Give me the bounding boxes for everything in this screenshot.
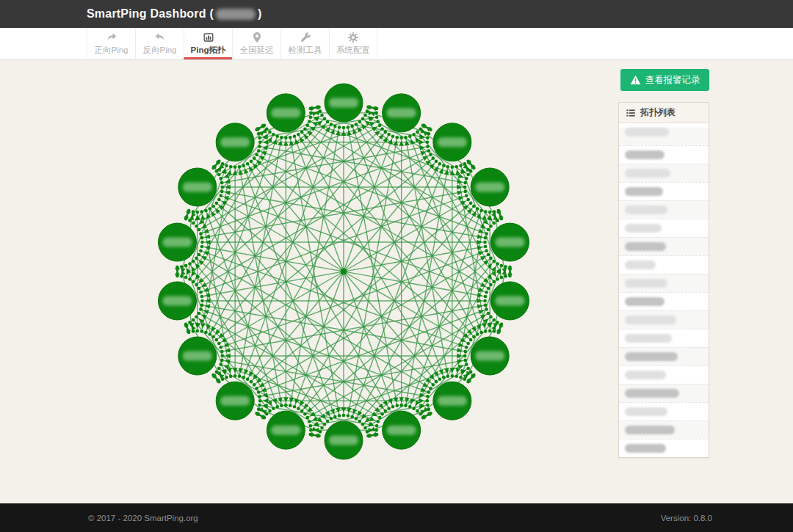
topology-list-item[interactable] (619, 310, 709, 329)
topology-list-header: 拓扑列表 (619, 103, 709, 123)
topology-list-item[interactable] (619, 365, 709, 384)
topology-node[interactable] (178, 337, 217, 375)
topology-list-item[interactable] (619, 182, 709, 200)
topology-list-item[interactable] (619, 274, 709, 292)
topology-node[interactable] (433, 382, 471, 420)
redacted-item-text (625, 169, 670, 178)
redacted-title-text (216, 9, 256, 20)
tab-detect-tools[interactable]: 检测工具 (280, 28, 329, 59)
redacted-node-label (271, 108, 300, 117)
topology-list-title: 拓扑列表 (640, 106, 676, 119)
redacted-node-label (438, 396, 467, 406)
redacted-node-label (183, 183, 212, 192)
redacted-item-text (625, 316, 676, 324)
topology-node[interactable] (471, 168, 509, 206)
topology-list-item[interactable] (619, 292, 709, 310)
title-text-suffix: ) (258, 7, 262, 21)
topology-node[interactable] (216, 382, 254, 420)
topology-node[interactable] (383, 411, 421, 449)
topology-list-item[interactable] (619, 164, 709, 182)
gear-icon (347, 32, 359, 43)
tab-reverse-ping[interactable]: 反向Ping (135, 28, 184, 59)
topology-node[interactable] (325, 84, 363, 122)
topology-list-item[interactable] (619, 237, 709, 255)
topology-node[interactable] (471, 337, 509, 375)
redacted-item-text (625, 352, 678, 361)
redacted-item-text (625, 260, 656, 269)
topology-list-item[interactable] (619, 255, 709, 274)
topology-node[interactable] (267, 411, 305, 449)
tab-label: Ping拓扑 (191, 45, 226, 56)
topology-list (619, 128, 709, 457)
redacted-item-text (625, 150, 665, 159)
list-icon (626, 108, 636, 118)
topology-list-item[interactable] (619, 329, 709, 347)
topology-node[interactable] (178, 168, 217, 206)
chart-icon (203, 32, 214, 43)
warning-icon (630, 75, 641, 85)
topology-list-panel: 拓扑列表 (618, 102, 709, 458)
redacted-node-label (387, 426, 416, 435)
topology-node[interactable] (216, 123, 254, 161)
redacted-node-label (162, 296, 192, 305)
tab-ping-topology[interactable]: Ping拓扑 (184, 28, 232, 59)
tab-label: 检测工具 (289, 45, 322, 56)
topology-node[interactable] (383, 94, 421, 132)
redacted-item-text (625, 426, 675, 434)
topology-node[interactable] (491, 223, 529, 261)
redacted-item-text (625, 224, 662, 233)
topology-list-item[interactable] (619, 420, 709, 439)
topology-node[interactable] (158, 223, 196, 261)
content-area: 查看报警记录 拓扑列表 (0, 60, 793, 503)
topology-list-item[interactable] (619, 145, 709, 164)
topology-list-item[interactable] (619, 439, 709, 457)
redacted-node-label (162, 238, 192, 247)
topology-node[interactable] (491, 282, 529, 320)
redacted-node-label (387, 108, 416, 117)
tab-label: 全国延迟 (240, 45, 274, 56)
tab-forward-ping[interactable]: 正向Ping (87, 28, 135, 59)
redacted-item-text (625, 242, 666, 251)
tab-national-latency[interactable]: 全国延迟 (232, 28, 280, 59)
redacted-item-text (625, 279, 667, 288)
redacted-node-label (496, 296, 525, 305)
marker-icon (251, 32, 263, 43)
redacted-item-text (625, 334, 672, 343)
redacted-item-text (625, 371, 666, 379)
redacted-item-text (625, 389, 679, 398)
redacted-node-label (220, 396, 250, 406)
wrench-icon (300, 32, 311, 43)
app-header: SmartPing Dashbord () (0, 0, 793, 28)
redacted-item-text (625, 128, 669, 136)
copyright-text: © 2017 - 2020 SmartPing.org (88, 514, 198, 522)
topology-list-item[interactable] (619, 402, 709, 420)
tab-system-config[interactable]: 系统配置 (329, 28, 377, 59)
redacted-item-text (625, 297, 665, 306)
redacted-node-label (496, 238, 525, 247)
view-alert-records-label: 查看报警记录 (645, 74, 700, 87)
page: SmartPing Dashbord () 正向Ping反向PingPing拓扑… (0, 0, 793, 532)
topology-list-item[interactable] (619, 347, 709, 365)
main-nav: 正向Ping反向PingPing拓扑全国延迟检测工具系统配置 (0, 28, 793, 60)
title-text-prefix: SmartPing Dashbord ( (87, 7, 214, 21)
forward-icon (106, 32, 117, 43)
view-alert-records-button[interactable]: 查看报警记录 (620, 69, 709, 91)
topology-node[interactable] (433, 123, 471, 161)
redacted-node-label (271, 426, 300, 435)
topology-node[interactable] (267, 94, 305, 132)
tab-label: 反向Ping (142, 45, 176, 56)
topology-list-item[interactable] (619, 219, 709, 237)
topology-node[interactable] (325, 421, 363, 459)
backward-icon (154, 32, 166, 43)
app-footer: © 2017 - 2020 SmartPing.org Version: 0.8… (0, 503, 793, 532)
version-text: Version: 0.8.0 (661, 514, 712, 522)
redacted-item-text (625, 407, 667, 416)
topology-list-item[interactable] (619, 384, 709, 402)
redacted-item-text (625, 187, 663, 196)
redacted-item-text (625, 205, 667, 214)
tab-label: 正向Ping (94, 45, 128, 56)
topology-node[interactable] (158, 282, 196, 320)
redacted-item-text (625, 444, 666, 453)
topology-list-item[interactable] (619, 128, 709, 145)
topology-list-item[interactable] (619, 200, 709, 219)
